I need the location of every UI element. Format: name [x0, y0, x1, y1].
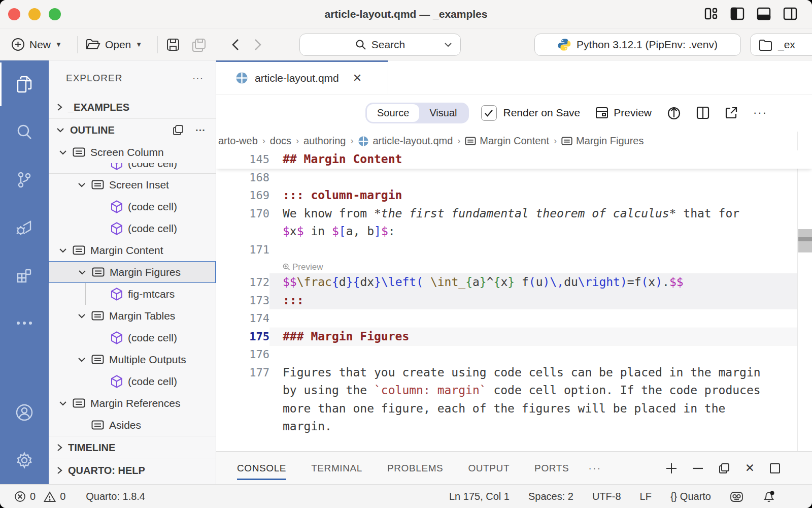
- breadcrumb-item[interactable]: docs: [270, 135, 291, 147]
- extensions-icon[interactable]: [0, 251, 49, 299]
- explorer-icon[interactable]: [0, 60, 49, 108]
- timeline-section-header[interactable]: TIMELINE: [49, 436, 216, 459]
- code-editor[interactable]: 145## Margin Content168169::: column-mar…: [216, 150, 812, 451]
- quarto-help-section-header[interactable]: QUARTO: HELP: [49, 459, 216, 482]
- cursor-position-status[interactable]: Ln 175, Col 1: [449, 491, 510, 502]
- panel-tab-output[interactable]: OUTPUT: [468, 460, 510, 477]
- outline-item-asides[interactable]: Asides: [49, 414, 216, 436]
- panel-minimize-icon[interactable]: [692, 467, 703, 469]
- breadcrumb-item[interactable]: Margin Figures: [561, 135, 644, 147]
- code-line-wrap[interactable]: margin.: [216, 418, 812, 436]
- editor-scrollbar[interactable]: [797, 132, 812, 451]
- search-view-icon[interactable]: [0, 108, 49, 156]
- code-line-145[interactable]: 145## Margin Content: [216, 150, 812, 169]
- account-icon[interactable]: [0, 389, 49, 436]
- outline-item-code-cell[interactable]: (code cell): [49, 370, 216, 392]
- outline-item-screen-column[interactable]: Screen Column: [49, 141, 216, 163]
- open-button[interactable]: Open ▼: [86, 38, 142, 51]
- run-debug-icon[interactable]: [0, 204, 49, 251]
- code-line-176[interactable]: 176: [216, 345, 812, 364]
- chevron-down-icon: [444, 42, 452, 47]
- notifications-bell-icon[interactable]: [762, 490, 775, 503]
- open-external-icon[interactable]: [725, 106, 738, 119]
- toggle-sidebar-icon[interactable]: [730, 6, 745, 21]
- more-views-icon[interactable]: [0, 299, 49, 347]
- outline-item-code-cell[interactable]: (code cell): [49, 327, 216, 348]
- settings-gear-icon[interactable]: [0, 436, 49, 484]
- code-line-168[interactable]: 168: [216, 169, 812, 187]
- new-button[interactable]: New ▼: [11, 38, 62, 51]
- panel-plus-icon[interactable]: [665, 462, 678, 474]
- code-line-wrap[interactable]: by using the `column: margin` code cell …: [216, 382, 812, 400]
- toggle-panel-icon[interactable]: [756, 6, 771, 21]
- eol-status[interactable]: LF: [640, 491, 652, 502]
- language-mode-status[interactable]: {} Quarto: [670, 491, 711, 502]
- outline-item-margin-content[interactable]: Margin Content: [49, 239, 216, 261]
- code-line-175[interactable]: 175### Margin Figures: [216, 328, 812, 346]
- breadcrumb-item[interactable]: article-layout.qmd: [358, 135, 453, 147]
- split-editor-icon[interactable]: [696, 106, 709, 119]
- outline-item-fig-mtcars[interactable]: fig-mtcars: [49, 283, 216, 305]
- codelens-row[interactable]: Preview: [216, 259, 812, 273]
- outline-more-icon[interactable]: ···: [195, 124, 206, 136]
- explorer-more-icon[interactable]: ···: [192, 73, 204, 84]
- code-line-170[interactable]: 170We know from *the first fundamental t…: [216, 205, 812, 223]
- quarto-version-status[interactable]: Quarto: 1.8.4: [86, 491, 145, 502]
- interpreter-selector[interactable]: Python 3.12.1 (PipEnv: .venv): [534, 34, 741, 56]
- tab-article-layout[interactable]: article-layout.qmd ✕: [216, 60, 388, 94]
- customize-layout-icon[interactable]: [703, 6, 719, 21]
- code-line-wrap[interactable]: $x$ in $[a, b]$:: [216, 223, 812, 241]
- outline-item-screen-inset[interactable]: Screen Inset: [49, 174, 216, 196]
- code-line-172[interactable]: 172$$\frac{d}{dx}\left( \int_{a}^{x} f(u…: [216, 273, 812, 292]
- code-line-169[interactable]: 169::: column-margin: [216, 186, 812, 205]
- breadcrumb-item[interactable]: Margin Content: [465, 135, 549, 147]
- project-button[interactable]: _ex: [750, 34, 812, 56]
- check-icon: [484, 109, 493, 117]
- indentation-status[interactable]: Spaces: 2: [528, 491, 573, 502]
- source-control-icon[interactable]: [0, 156, 49, 204]
- code-line-wrap[interactable]: more than one figure, each of the figure…: [216, 400, 812, 418]
- panel-close-icon[interactable]: ✕: [745, 461, 755, 475]
- save-button[interactable]: [166, 38, 180, 52]
- render-on-save-checkbox[interactable]: [481, 105, 497, 121]
- outline-item-code-cell[interactable]: (code cell): [49, 196, 216, 217]
- outline-item-code-cell[interactable]: (code cell): [49, 163, 216, 174]
- search-input[interactable]: Search: [299, 34, 461, 56]
- navigate-forward-button[interactable]: [253, 38, 262, 52]
- workspace-section-header[interactable]: _EXAMPLES: [49, 96, 216, 118]
- code-line-173[interactable]: 173:::: [216, 292, 812, 310]
- breadcrumb-item[interactable]: arto-web: [218, 135, 258, 147]
- source-mode-button[interactable]: Source: [367, 104, 419, 122]
- panel-restore-icon[interactable]: [718, 462, 730, 474]
- navigate-back-button[interactable]: [231, 38, 240, 52]
- publish-icon[interactable]: [667, 105, 681, 120]
- panel-more-icon[interactable]: ···: [588, 462, 601, 474]
- outline-item-margin-references[interactable]: Margin References: [49, 392, 216, 414]
- feedback-icon[interactable]: [730, 490, 743, 503]
- code-line-171[interactable]: 171: [216, 241, 812, 259]
- outline-item-multiple-outputs[interactable]: Multiple Outputs: [49, 348, 216, 370]
- render-on-save-label: Render on Save: [503, 107, 581, 119]
- panel-tab-terminal[interactable]: TERMINAL: [311, 460, 362, 477]
- outline-item-margin-figures[interactable]: Margin Figures: [49, 261, 216, 283]
- outline-item-code-cell[interactable]: (code cell): [49, 217, 216, 239]
- editor-more-icon[interactable]: ···: [753, 106, 767, 119]
- preview-button[interactable]: Preview: [595, 107, 652, 119]
- panel-maximize-icon[interactable]: [769, 463, 781, 474]
- section-icon: [561, 137, 572, 145]
- outline-section-header[interactable]: OUTLINE ···: [49, 118, 216, 141]
- visual-mode-button[interactable]: Visual: [419, 104, 467, 122]
- outline-item-margin-tables[interactable]: Margin Tables: [49, 305, 216, 327]
- encoding-status[interactable]: UTF-8: [592, 491, 621, 502]
- panel-tab-console[interactable]: CONSOLE: [237, 460, 286, 477]
- breadcrumb-item[interactable]: authoring: [303, 135, 346, 147]
- collapse-all-icon[interactable]: [172, 124, 184, 136]
- save-all-button[interactable]: [191, 38, 207, 52]
- code-line-174[interactable]: 174: [216, 309, 812, 328]
- panel-tab-problems[interactable]: PROBLEMS: [387, 460, 443, 477]
- panel-tab-ports[interactable]: PORTS: [534, 460, 569, 477]
- problems-status[interactable]: 0 0: [14, 491, 65, 502]
- code-line-177[interactable]: 177Figures that you create using code ce…: [216, 364, 812, 382]
- toggle-secondary-sidebar-icon[interactable]: [783, 6, 798, 21]
- tab-close-icon[interactable]: ✕: [353, 72, 362, 85]
